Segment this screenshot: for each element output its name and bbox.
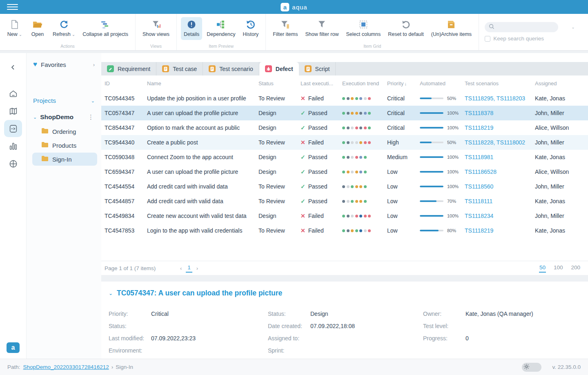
automated-progress-bar <box>420 215 443 217</box>
test-scenario-link[interactable]: TS1118378 <box>465 110 493 116</box>
open-button[interactable]: Open <box>27 17 48 40</box>
project-kebab-menu-icon[interactable]: ⋮ <box>85 113 96 121</box>
tab-defect[interactable]: Defect <box>259 62 299 75</box>
table-row[interactable]: TC4549834Create new account with valid t… <box>101 209 588 223</box>
automated-percent-label: 100% <box>447 125 459 130</box>
trend-dot <box>355 229 358 232</box>
search-box[interactable]: ⌄ <box>485 22 558 32</box>
tab-test-case[interactable]: Test case <box>156 62 203 75</box>
project-node-shopdemo[interactable]: ⌄ ShopDemo ⋮ <box>32 112 97 122</box>
column-header-name[interactable]: Name <box>147 80 258 87</box>
detail-collapse-chevron-icon[interactable]: ⌄ <box>109 291 113 296</box>
page-size-50[interactable]: 50 <box>539 264 546 273</box>
trend-dot <box>347 185 350 188</box>
cell-assigned: John, Miller <box>535 213 588 219</box>
test-scenario-link[interactable]: TS1118111 <box>465 198 492 204</box>
prev-page-icon[interactable]: ‹ <box>176 265 186 271</box>
test-scenario-link[interactable]: TS1118234 <box>465 213 493 219</box>
table-row[interactable]: TC8544347Option to mark the account as p… <box>101 120 588 135</box>
show-filter-row-button[interactable]: Show filter row <box>302 17 341 40</box>
column-header-execution-trend[interactable]: Execution trend <box>342 80 387 87</box>
dashboard-grid-icon[interactable] <box>4 155 22 172</box>
trend-dot <box>355 200 358 203</box>
folder-item-sign-in[interactable]: Sign-In <box>32 153 97 166</box>
folder-item-ordering[interactable]: Ordering <box>32 125 97 138</box>
table-row[interactable]: TC0544345Update the job position in a us… <box>101 91 588 106</box>
table-row[interactable]: TC0590348Connect Zoom to the app account… <box>101 150 588 164</box>
search-input[interactable] <box>497 24 569 30</box>
table-row[interactable]: TC4544857Add credit card with valid data… <box>101 194 588 209</box>
test-scenario-link[interactable]: TS1118219 <box>465 227 493 234</box>
table-row[interactable]: TC6594347A user can upload the profile p… <box>101 164 588 179</box>
table-row[interactable]: TC0574347A user can upload the profile p… <box>101 106 588 120</box>
folder-name: Products <box>52 142 76 149</box>
table-row[interactable]: TC4544554Add credit card with invalid da… <box>101 179 588 194</box>
reset-to-default-button[interactable]: Reset to default <box>385 17 427 40</box>
collapse-sidebar-icon[interactable] <box>4 60 22 74</box>
field-label: Owner: <box>423 310 466 318</box>
reports-chart-icon[interactable] <box>4 138 22 155</box>
test-scenario-link[interactable]: TS1118560 <box>465 183 493 190</box>
projects-header[interactable]: Projects ⌄ <box>32 95 97 106</box>
cell-last-execution: ✓Passed <box>301 169 342 175</box>
keep-search-queries-checkbox[interactable] <box>485 36 490 42</box>
dependency-button[interactable]: Dependency <box>204 17 238 40</box>
aqua-rail-logo-icon[interactable]: a <box>7 342 20 353</box>
favorites-item[interactable]: ♥ Favorites › <box>32 59 97 70</box>
tab-requirement[interactable]: Requirement <box>101 62 156 75</box>
column-header-priority[interactable]: Priority↓ <box>387 80 420 87</box>
path-project-link[interactable]: ShopDemo_202203301728416212 <box>23 364 109 370</box>
trend-dot <box>347 200 350 203</box>
test-items-icon[interactable] <box>4 120 22 137</box>
cell-test-scenarios: TS1118111 <box>465 198 535 204</box>
automated-percent-label: 80% <box>447 228 456 233</box>
tab-test-scenario[interactable]: Test scenario <box>203 62 259 75</box>
history-button[interactable]: History <box>240 17 261 40</box>
home-icon[interactable] <box>4 85 22 102</box>
cell-automated: 80% <box>420 228 465 233</box>
column-header-last-executi[interactable]: Last executi... <box>301 80 342 87</box>
new-button[interactable]: New⌄ <box>4 17 25 40</box>
test-scenario-link[interactable]: TS1118981 <box>465 154 493 160</box>
search-dropdown-chevron-icon[interactable]: ⌄ <box>571 25 575 29</box>
projects-chevron-down-icon[interactable]: ⌄ <box>91 98 96 104</box>
page-size-100[interactable]: 100 <box>553 264 564 273</box>
refresh-button[interactable]: Refresh⌄ <box>50 17 78 40</box>
settings-toggle[interactable] <box>522 363 541 372</box>
next-page-icon[interactable]: › <box>192 265 202 271</box>
test-scenario-link[interactable]: TS1118228, TS1118002 <box>465 139 525 146</box>
column-header-automated[interactable]: Automated <box>420 80 465 87</box>
column-header-id[interactable]: ID <box>105 80 147 87</box>
path-label: Path: <box>7 364 20 370</box>
test-scenario-link[interactable]: TS1118295, TS1118203 <box>465 95 525 102</box>
page-size-200[interactable]: 200 <box>570 264 581 273</box>
page-number[interactable]: 1 <box>186 264 192 273</box>
test-scenario-link[interactable]: TS11186528 <box>465 169 497 175</box>
column-header-assigned[interactable]: Assigned <box>535 80 588 87</box>
test-scenario-link[interactable]: TS1118219 <box>465 124 493 131</box>
column-header-status[interactable]: Status <box>258 80 301 87</box>
cell-id: TC0590348 <box>105 154 147 160</box>
table-row[interactable]: TC4547853Login to the app with valid cre… <box>101 223 588 238</box>
hamburger-menu-icon[interactable] <box>0 0 24 14</box>
collapse-all-projects-button[interactable]: Collapse all projects <box>80 17 131 40</box>
folder-item-products[interactable]: Products <box>32 139 97 152</box>
toolbar-group-views: Show viewsViews <box>136 14 177 50</box>
show-views-button[interactable]: Show views <box>140 17 172 40</box>
un-archive-items-button[interactable]: (Un)Archive items <box>428 17 474 40</box>
toolbar-group-label: Actions <box>4 43 131 49</box>
project-chevron-down-icon[interactable]: ⌄ <box>33 115 37 120</box>
tab-script[interactable]: Script <box>299 62 336 75</box>
toolbar-group-item-preview: DetailsDependencyHistoryItem Preview <box>177 14 266 50</box>
open-folder-icon <box>32 19 43 30</box>
favorites-chevron-right-icon[interactable]: › <box>93 62 96 68</box>
detail-header[interactable]: ⌄ TC0574347: A user can upload the profi… <box>109 289 581 297</box>
cell-assigned: Kate, Jonas <box>535 154 588 160</box>
column-header-test-scenarios[interactable]: Test scenarios <box>465 80 535 87</box>
details-button[interactable]: Details <box>181 17 202 40</box>
tab-label: Defect <box>276 66 293 72</box>
select-columns-button[interactable]: Select columns <box>343 17 383 40</box>
map-icon[interactable] <box>4 102 22 120</box>
table-row[interactable]: TC9544340Create a public postTo Review✕F… <box>101 135 588 150</box>
filter-items-button[interactable]: Filter items <box>270 17 301 40</box>
